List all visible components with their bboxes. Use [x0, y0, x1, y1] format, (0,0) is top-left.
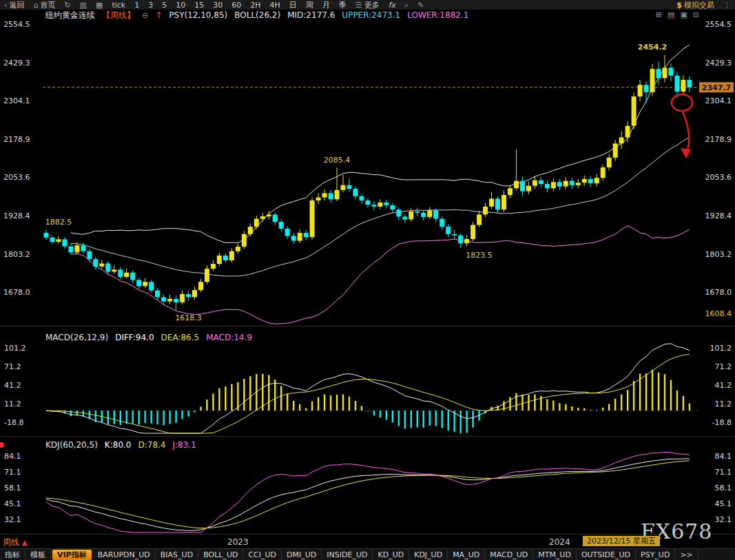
- timeframe-15[interactable]: 15: [194, 1, 204, 10]
- collapse-icon[interactable]: ⊖: [142, 11, 148, 20]
- svg-text:2053.6: 2053.6: [3, 173, 30, 182]
- svg-text:11.2: 11.2: [715, 400, 732, 408]
- svg-text:101.2: 101.2: [4, 344, 26, 353]
- home-button[interactable]: ⌂首页: [33, 0, 55, 10]
- chart-header: 纽约黄金连续 【周线】 ⊖ ↑ PSY(12,10,85) BOLL(26,2)…: [0, 10, 735, 21]
- timeframe-3[interactable]: 3: [148, 1, 153, 10]
- svg-text:1803.2: 1803.2: [705, 250, 732, 259]
- layout-grid-icon[interactable]: ▣: [680, 10, 687, 19]
- remove-panel-icon[interactable]: ⊟: [693, 10, 699, 19]
- timeframe-week[interactable]: 周: [306, 0, 313, 10]
- svg-text:-18.8: -18.8: [712, 418, 732, 427]
- macd-panel: [46, 344, 690, 433]
- kdj-j-value: J:83.1: [172, 440, 196, 450]
- sim-trading-button[interactable]: $模拟交易: [676, 0, 714, 10]
- chart-canvas[interactable]: 2554.52554.52429.32429.32304.12304.12178…: [0, 0, 735, 560]
- timeframe-1[interactable]: 1: [134, 1, 139, 10]
- tab-boll[interactable]: BOLL_UD: [198, 549, 243, 560]
- axis-labels: 2554.52554.52429.32429.32304.12304.12178…: [3, 20, 734, 547]
- period-tag: 【周线】: [102, 10, 135, 21]
- kdj-params-label: KDJ(60,20,5): [45, 440, 98, 450]
- candles: [44, 55, 692, 311]
- top-toolbar: ‹返回 ⌂首页 ↻ ▥ ▦ tick 1 3 5 10 15 30 60 2H …: [0, 0, 735, 10]
- svg-text:32.1: 32.1: [715, 515, 732, 524]
- svg-text:101.2: 101.2: [710, 344, 732, 353]
- timeframe-month[interactable]: 月: [322, 0, 330, 10]
- timeframe-10[interactable]: 10: [176, 1, 185, 10]
- svg-text:2304.1: 2304.1: [3, 96, 30, 105]
- tab-psy[interactable]: PSY_UD: [636, 549, 675, 560]
- timeframe-4h[interactable]: 4H: [270, 1, 280, 10]
- psy-indicator-label: PSY(12,10,85): [169, 10, 227, 20]
- layout-rows-icon[interactable]: ▤: [667, 10, 674, 19]
- period-up-triangle-icon: ▲: [22, 539, 28, 546]
- hamburger-icon: ☰: [355, 1, 362, 10]
- tab-inside[interactable]: INSIDE_UD: [322, 549, 373, 560]
- kdj-panel: [46, 453, 690, 533]
- svg-text:2304.1: 2304.1: [705, 96, 732, 105]
- timeframe-day[interactable]: 日: [289, 0, 297, 10]
- svg-text:84.1: 84.1: [4, 452, 21, 461]
- svg-text:2085.4: 2085.4: [324, 156, 351, 165]
- panel-separators: [0, 326, 735, 535]
- volume-bars-icon[interactable]: ▦: [96, 1, 103, 10]
- svg-text:45.1: 45.1: [4, 499, 21, 508]
- timeframe-30[interactable]: 30: [213, 1, 222, 10]
- add-panel-icon[interactable]: ⊞: [656, 10, 662, 19]
- tab-more-indicators[interactable]: >>: [675, 549, 698, 560]
- tab-indicators[interactable]: 指标: [0, 549, 25, 560]
- indicator-tabbar: 指标 模板 VIP指标 BARUPDN_UD BIAS_UD BOLL_UD C…: [0, 548, 735, 560]
- svg-text:1678.0: 1678.0: [3, 288, 30, 297]
- svg-text:2429.3: 2429.3: [3, 59, 30, 68]
- timeframe-quarter[interactable]: 季: [339, 0, 346, 10]
- formula-button[interactable]: fx: [389, 1, 395, 10]
- svg-text:2554.5: 2554.5: [705, 20, 732, 29]
- svg-text:2023: 2023: [227, 537, 249, 547]
- svg-text:2178.9: 2178.9: [705, 135, 732, 144]
- overflow-menu-icon[interactable]: ⋮: [723, 1, 731, 10]
- dollar-icon: $: [676, 1, 682, 10]
- timeframe-2h[interactable]: 2H: [250, 1, 260, 10]
- svg-text:1608.4: 1608.4: [705, 309, 732, 318]
- svg-text:1618.3: 1618.3: [175, 313, 202, 322]
- kdj-k-value: K:80.0: [105, 440, 132, 450]
- tab-bias[interactable]: BIAS_UD: [156, 549, 198, 560]
- timeframe-5[interactable]: 5: [162, 1, 167, 10]
- boll-upper-value: UPPER:2473.1: [342, 10, 400, 20]
- timeframe-tick[interactable]: tick: [112, 1, 125, 10]
- tab-cci[interactable]: CCI_UD: [243, 549, 282, 560]
- macd-header: MACD(26,12,9) DIFF:94.0 DEA:86.5 MACD:14…: [45, 333, 252, 342]
- tab-vip-indicators[interactable]: VIP指标: [52, 550, 92, 560]
- svg-text:2053.6: 2053.6: [705, 173, 732, 182]
- macd-params-label: MACD(26,12,9): [45, 333, 108, 342]
- tab-dmi[interactable]: DMI_UD: [282, 549, 322, 560]
- tab-mtm[interactable]: MTM_UD: [533, 549, 577, 560]
- current-period-selector[interactable]: 周线 ▲: [3, 537, 28, 548]
- svg-text:71.1: 71.1: [4, 468, 21, 477]
- svg-text:1928.4: 1928.4: [3, 211, 30, 220]
- tab-outside[interactable]: OUTSIDE_UD: [577, 549, 636, 560]
- more-menu-button[interactable]: ☰更多: [355, 0, 380, 10]
- edit-pen-icon[interactable]: ✎: [417, 1, 424, 10]
- svg-text:1678.0: 1678.0: [705, 288, 732, 297]
- refresh-icon[interactable]: ↻: [64, 1, 70, 10]
- timeframe-60[interactable]: 60: [231, 1, 241, 10]
- boll-lower-value: LOWER:1882.1: [407, 10, 468, 20]
- svg-text:2429.3: 2429.3: [705, 59, 732, 68]
- svg-text:-18.8: -18.8: [4, 418, 23, 427]
- tab-macd[interactable]: MACD_UD: [485, 549, 533, 560]
- kline-chart-icon[interactable]: ▥: [80, 1, 87, 10]
- symbol-name: 纽约黄金连续: [45, 10, 95, 21]
- back-button[interactable]: ‹返回: [4, 0, 24, 10]
- macd-dea-value: DEA:86.5: [161, 333, 200, 342]
- tab-kdj[interactable]: KDJ_UD: [409, 549, 448, 560]
- tab-barupdn[interactable]: BARUPDN_UD: [93, 549, 156, 560]
- tab-kd[interactable]: KD_UD: [373, 549, 409, 560]
- tab-templates[interactable]: 模板: [25, 549, 51, 560]
- svg-text:2024: 2024: [549, 537, 570, 547]
- search-icon[interactable]: ⌕: [404, 1, 408, 10]
- macd-diff-value: DIFF:94.0: [115, 333, 154, 342]
- tab-ma[interactable]: MA_UD: [448, 549, 485, 560]
- trend-up-arrow-icon: ↑: [155, 10, 162, 20]
- svg-text:2347.7: 2347.7: [702, 83, 731, 92]
